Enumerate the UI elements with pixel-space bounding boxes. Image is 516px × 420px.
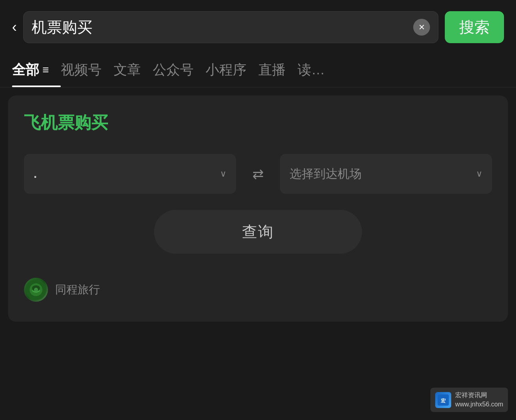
provider-row: 同程旅行 (24, 274, 492, 302)
watermark: 宏 宏祥资讯网 www.jnhx56.com (430, 388, 508, 412)
query-button[interactable]: 查询 (154, 210, 362, 254)
clear-button[interactable]: ✕ (413, 19, 430, 36)
watermark-text: 宏祥资讯网 www.jnhx56.com (455, 391, 503, 409)
provider-logo-icon (26, 279, 46, 300)
tab-official-label: 公众号 (153, 61, 194, 79)
swap-icon: ⇄ (252, 166, 264, 182)
provider-logo (24, 278, 48, 302)
tab-read[interactable]: 读… (298, 51, 337, 87)
tab-bar: 全部 ≡ 视频号 文章 公众号 小程序 直播 读… (0, 51, 516, 88)
search-input[interactable] (32, 19, 413, 36)
back-button[interactable]: ‹ (12, 20, 17, 34)
tab-video[interactable]: 视频号 (61, 51, 114, 87)
tab-live-label: 直播 (258, 61, 286, 79)
arrival-select[interactable]: 选择到达机场 ∨ (280, 154, 492, 194)
search-button[interactable]: 搜索 (445, 11, 504, 43)
filter-icon: ≡ (42, 64, 49, 76)
arrival-chevron-icon: ∨ (476, 169, 482, 179)
watermark-site-name: 宏祥资讯网 (455, 391, 503, 400)
departure-value: . (34, 167, 37, 181)
watermark-logo: 宏 (435, 392, 451, 408)
search-bar: ✕ (23, 11, 438, 43)
flight-card: 飞机票购买 . ∨ ⇄ 选择到达机场 ∨ 查询 (8, 96, 508, 322)
header: ‹ ✕ 搜索 (0, 0, 516, 51)
close-icon: ✕ (418, 22, 425, 32)
watermark-site-url: www.jnhx56.com (455, 400, 503, 409)
tab-live[interactable]: 直播 (258, 51, 298, 87)
tab-miniapp[interactable]: 小程序 (206, 51, 258, 87)
tab-article[interactable]: 文章 (114, 51, 153, 87)
tab-video-label: 视频号 (61, 61, 102, 79)
departure-chevron-icon: ∨ (220, 169, 226, 179)
svg-text:宏: 宏 (440, 398, 446, 404)
query-button-wrap: 查询 (24, 210, 492, 254)
arrival-placeholder: 选择到达机场 (290, 166, 362, 182)
departure-select[interactable]: . ∨ (24, 154, 236, 194)
tab-article-label: 文章 (114, 61, 141, 79)
tab-read-label: 读… (298, 61, 325, 79)
svg-point-3 (34, 288, 38, 292)
tab-miniapp-label: 小程序 (206, 61, 246, 79)
airport-selection-row: . ∨ ⇄ 选择到达机场 ∨ (24, 154, 492, 194)
swap-button[interactable]: ⇄ (244, 160, 272, 188)
provider-name: 同程旅行 (55, 282, 100, 297)
tab-all[interactable]: 全部 ≡ (12, 51, 61, 87)
flight-card-title: 飞机票购买 (24, 111, 492, 134)
tab-all-label: 全部 (12, 61, 39, 79)
tab-official[interactable]: 公众号 (153, 51, 206, 87)
main-content: 飞机票购买 . ∨ ⇄ 选择到达机场 ∨ 查询 (0, 88, 516, 322)
